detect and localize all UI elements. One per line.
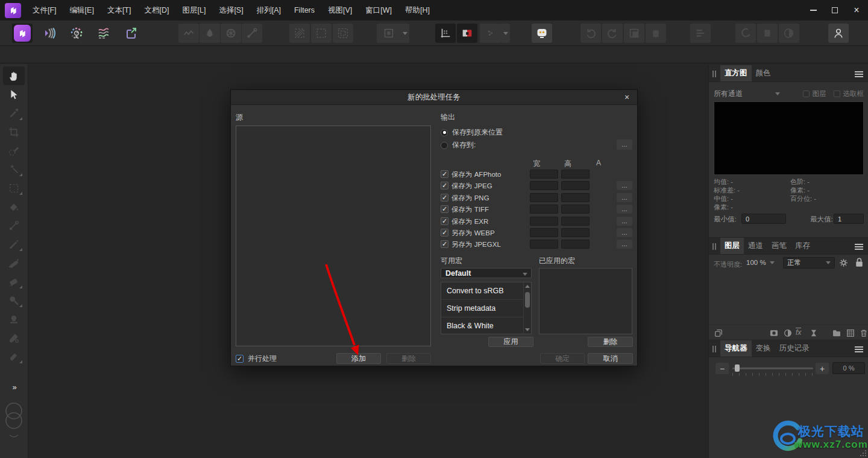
- width-input[interactable]: [530, 170, 558, 179]
- remove-macro-button[interactable]: 删除: [588, 337, 633, 347]
- channel-select[interactable]: 所有通道: [714, 88, 780, 99]
- panel-menu-icon[interactable]: [855, 244, 863, 245]
- alpha-checkbox[interactable]: [441, 182, 448, 189]
- macro-list-scrollbar[interactable]: [523, 282, 531, 334]
- apply-macro-button[interactable]: 应用: [488, 337, 533, 347]
- selection-brush-tool[interactable]: [3, 141, 25, 160]
- ok-button[interactable]: 确定: [540, 353, 585, 364]
- tab-color[interactable]: 颜色: [752, 65, 775, 81]
- menu-file[interactable]: 文件[F]: [26, 0, 63, 21]
- save-to-radio[interactable]: 保存到:: [441, 140, 476, 150]
- alpha-checkbox[interactable]: [441, 205, 448, 213]
- crop-tool[interactable]: [3, 122, 25, 141]
- snapping-button[interactable]: [435, 24, 456, 43]
- alpha-checkbox[interactable]: [441, 194, 448, 202]
- auto-levels-button[interactable]: [178, 24, 199, 43]
- format-options-button[interactable]: …: [617, 217, 632, 226]
- rotate-cw-button[interactable]: [602, 24, 623, 43]
- select-add-button[interactable]: [311, 24, 332, 43]
- browse-button[interactable]: …: [617, 139, 632, 150]
- macro-item[interactable]: Strip metadata: [441, 300, 531, 317]
- tab-layers[interactable]: 图层: [720, 238, 744, 254]
- menu-filters[interactable]: Filters: [288, 0, 321, 21]
- smudge-tool[interactable]: [3, 347, 25, 366]
- zoom-percent-input[interactable]: 0 %: [832, 362, 865, 374]
- format-options-button[interactable]: …: [617, 228, 632, 237]
- clip-canvas-button[interactable]: [624, 24, 644, 43]
- width-input[interactable]: [530, 181, 558, 190]
- width-input[interactable]: [530, 228, 558, 237]
- panel-menu-icon[interactable]: [855, 346, 863, 348]
- more-tools-chevron-icon[interactable]: »: [12, 383, 15, 392]
- assistant-manager-button[interactable]: [532, 24, 552, 43]
- maximize-icon[interactable]: [827, 2, 843, 18]
- pixel-tool[interactable]: [3, 253, 25, 272]
- color-picker-tool[interactable]: [3, 104, 25, 122]
- gradient-tool[interactable]: [3, 216, 25, 235]
- insert-target-dropdown[interactable]: [401, 24, 409, 43]
- mask-icon[interactable]: [769, 328, 779, 338]
- menu-window[interactable]: 窗口[W]: [359, 0, 398, 21]
- width-input[interactable]: [530, 205, 558, 214]
- marquee-checkbox[interactable]: 选取框: [834, 89, 864, 98]
- live-filter-icon[interactable]: [809, 328, 819, 338]
- width-input[interactable]: [530, 217, 558, 226]
- alpha-checkbox[interactable]: [441, 229, 448, 237]
- scrollbar-thumb[interactable]: [525, 292, 530, 308]
- assistant-toggle-button[interactable]: [457, 24, 477, 43]
- erase-tool[interactable]: [3, 272, 25, 291]
- dialog-close-icon[interactable]: ×: [621, 92, 632, 103]
- account-button[interactable]: [828, 24, 849, 43]
- color-swatches-icon[interactable]: [2, 400, 26, 442]
- zoom-out-button[interactable]: −: [715, 363, 729, 374]
- dodge-brush-tool[interactable]: [3, 291, 25, 310]
- scroll-down-icon[interactable]: [525, 328, 530, 331]
- min-value-input[interactable]: 0: [741, 214, 786, 224]
- color-format-dropdown[interactable]: [502, 24, 510, 43]
- photo-persona-button[interactable]: [12, 24, 33, 43]
- scroll-up-icon[interactable]: [525, 285, 530, 288]
- height-input[interactable]: [561, 240, 590, 249]
- add-button[interactable]: 添加: [336, 353, 381, 364]
- tab-transform[interactable]: 变换: [752, 340, 775, 357]
- height-input[interactable]: [561, 170, 590, 179]
- menu-help[interactable]: 帮助[H]: [398, 0, 436, 21]
- panel-drag-handle[interactable]: [712, 71, 716, 77]
- gear-icon[interactable]: [838, 258, 849, 268]
- tab-navigator[interactable]: 导航器: [720, 340, 752, 357]
- new-group-icon[interactable]: [832, 328, 841, 338]
- tone-mapping-persona-button[interactable]: [93, 24, 114, 43]
- liquify-persona-button[interactable]: [39, 24, 60, 43]
- format-options-button[interactable]: …: [617, 181, 632, 190]
- healing-brush-tool[interactable]: [3, 328, 25, 347]
- alpha-checkbox[interactable]: [441, 217, 448, 225]
- flood-select-tool[interactable]: [3, 160, 25, 179]
- max-value-input[interactable]: 1: [834, 214, 864, 224]
- develop-persona-button[interactable]: [66, 24, 87, 43]
- menu-view[interactable]: 视图[V]: [321, 0, 359, 21]
- alpha-checkbox[interactable]: [441, 170, 448, 178]
- new-layer-icon[interactable]: [846, 328, 855, 338]
- tab-channels[interactable]: 通道: [744, 238, 767, 254]
- zoom-in-button[interactable]: +: [816, 363, 829, 374]
- view-hand-tool[interactable]: [3, 66, 25, 85]
- clone-stamp-tool[interactable]: [3, 310, 25, 328]
- cancel-button[interactable]: 取消: [588, 353, 633, 364]
- height-input[interactable]: [561, 181, 590, 190]
- blend-mode-dropdown[interactable]: 正常: [783, 257, 835, 269]
- minimize-icon[interactable]: [805, 2, 821, 18]
- width-input[interactable]: [530, 193, 558, 202]
- menu-document[interactable]: 文档[D]: [137, 0, 175, 21]
- tab-histogram[interactable]: 直方图: [720, 65, 752, 81]
- resize-grip-icon[interactable]: [865, 455, 866, 456]
- select-subtract-button[interactable]: [333, 24, 353, 43]
- auto-white-balance-button[interactable]: [242, 24, 262, 43]
- zoom-slider-thumb[interactable]: [735, 364, 740, 372]
- zoom-slider-track[interactable]: [732, 367, 813, 369]
- menu-layer[interactable]: 图层[L]: [175, 0, 212, 21]
- auto-contrast-button[interactable]: [200, 24, 220, 43]
- dialog-titlebar[interactable]: 新的批处理任务: [231, 90, 637, 105]
- export-persona-button[interactable]: [121, 24, 142, 43]
- insert-target-button[interactable]: [377, 24, 401, 43]
- height-input[interactable]: [561, 228, 590, 237]
